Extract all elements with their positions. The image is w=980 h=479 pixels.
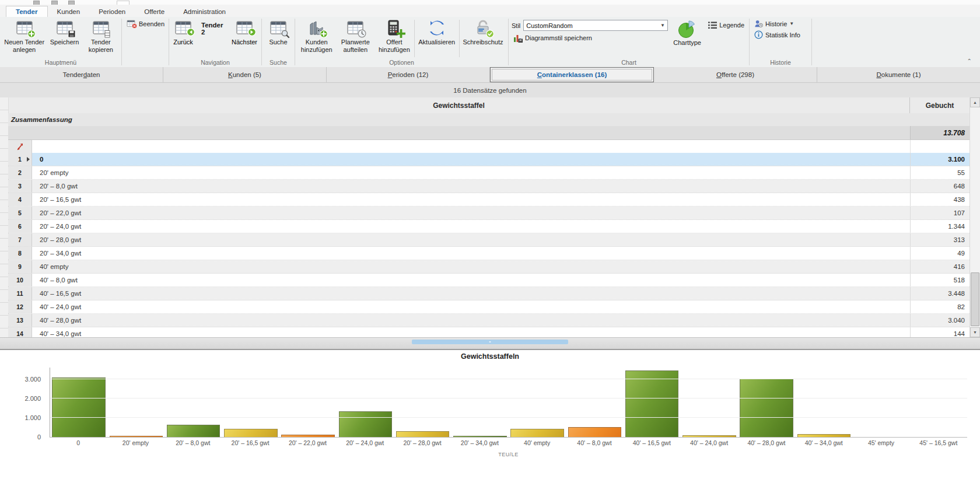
copy-tender-button[interactable]: Tender kopieren [82,18,120,55]
scroll-down-button[interactable]: ▼ [970,327,980,337]
menu-item[interactable]: Offerte [135,6,174,17]
bar[interactable] [339,411,392,437]
table-row[interactable]: 3 20' – 8,0 gwt 648 [8,180,970,193]
container-class-cell[interactable]: 40' – 24,0 gwt [32,300,910,313]
booked-value-cell[interactable]: 648 [910,180,970,193]
filter-row[interactable] [8,140,970,153]
booked-value-cell[interactable]: 416 [910,260,970,273]
legend-button[interactable]: Legende [705,20,747,30]
bar[interactable] [167,425,220,437]
splitter-handle[interactable] [412,340,568,344]
container-class-cell[interactable]: 20' – 34,0 gwt [32,247,910,260]
table-row[interactable]: 7 20' – 28,0 gwt 313 [8,233,970,247]
history-dropdown-button[interactable]: Historie ▼ [751,18,797,29]
row-header[interactable]: 14 [8,327,32,337]
quit-button[interactable]: Beenden [124,18,167,29]
bar[interactable] [52,377,105,437]
table-row[interactable]: 10 40' – 8,0 gwt 518 [8,274,970,287]
container-class-cell[interactable]: 40' – 8,0 gwt [32,274,910,286]
bar[interactable] [281,435,334,437]
table-row[interactable]: 2 20' empty 55 [8,166,970,180]
bar[interactable] [510,429,564,437]
menu-item[interactable]: Tender [6,6,48,18]
search-button[interactable]: Suche [266,18,290,47]
booked-value-cell[interactable]: 3.448 [910,287,970,300]
table-row[interactable]: 11 40' – 16,5 gwt 3.448 [8,287,970,300]
refresh-button[interactable]: Aktualisieren [415,18,459,47]
booked-value-cell[interactable]: 107 [910,207,970,219]
row-header[interactable]: 12 [8,300,32,313]
table-row[interactable]: 5 20' – 22,0 gwt 107 [8,207,970,220]
filter-cell[interactable] [910,140,970,153]
page-tab[interactable]: Dokumente (1) [817,67,980,82]
chart-style-combobox[interactable]: CustomRandom ▼ [523,20,668,31]
table-row[interactable]: 6 20' – 24,0 gwt 1.344 [8,220,970,233]
booked-value-cell[interactable]: 1.344 [910,220,970,233]
column-header-gewichtsstaffel[interactable]: Gewichtsstaffel [8,102,909,110]
table-row[interactable]: 12 40' – 24,0 gwt 82 [8,300,970,314]
column-header-gebucht[interactable]: Gebucht [909,97,970,113]
row-header[interactable]: 13 [8,314,32,327]
row-header[interactable]: 3 [8,180,32,193]
booked-value-cell[interactable]: 438 [910,193,970,206]
page-tab[interactable]: Kunden (5) [163,67,327,82]
row-header[interactable]: 11 [8,287,32,300]
add-customers-button[interactable]: Kunden hinzufügen [297,18,336,55]
container-class-cell[interactable]: 40' – 28,0 gwt [32,314,910,327]
booked-value-cell[interactable]: 518 [910,274,970,286]
table-row[interactable]: 13 40' – 28,0 gwt 3.040 [8,314,970,327]
pane-splitter[interactable] [0,337,980,350]
menu-item[interactable]: Administration [174,6,235,17]
write-protection-button[interactable]: Schreibschutz [460,18,506,47]
container-class-cell[interactable]: 20' – 8,0 gwt [32,180,910,193]
container-class-cell[interactable]: 20' empty [32,166,910,179]
bar[interactable] [110,436,163,437]
charttype-button[interactable]: Charttype [669,18,705,48]
bar[interactable] [625,370,678,437]
statistic-info-button[interactable]: Statistik Info [751,29,803,40]
container-class-cell[interactable]: 0 [32,153,910,166]
booked-value-cell[interactable]: 144 [910,327,970,337]
booked-value-cell[interactable]: 3.040 [910,314,970,327]
container-class-cell[interactable]: 20' – 28,0 gwt [32,233,910,246]
row-header[interactable]: 1 [8,153,32,166]
booked-value-cell[interactable]: 313 [910,233,970,246]
vertical-scrollbar[interactable]: ▲ ▼ [970,97,980,337]
row-header[interactable]: 2 [8,166,32,179]
page-tab[interactable]: Containerklassen (16) [490,67,654,82]
scrollbar-thumb[interactable] [971,272,979,326]
bar[interactable] [797,434,850,437]
booked-value-cell[interactable]: 3.100 [910,153,970,166]
table-row[interactable]: 1 0 3.100 [8,153,970,166]
collapse-ribbon-button[interactable]: ⌃ [967,58,972,64]
row-header[interactable]: 10 [8,274,32,286]
container-class-cell[interactable]: 20' – 24,0 gwt [32,220,910,233]
split-plan-values-button[interactable]: Planwerte aufteilen [336,18,374,55]
menu-item[interactable]: Perioden [89,6,135,17]
row-header[interactable]: 8 [8,247,32,260]
bar[interactable] [740,379,793,437]
bar[interactable] [568,427,621,437]
filter-cell[interactable] [32,140,910,153]
table-row[interactable]: 9 40' empty 416 [8,260,970,274]
bar[interactable] [453,436,506,437]
container-class-cell[interactable]: 40' – 34,0 gwt [32,327,910,337]
page-tab[interactable]: Offerte (298) [654,67,817,82]
save-button[interactable]: Speichern [47,18,82,47]
filter-row-header[interactable] [8,140,32,153]
row-header[interactable]: 7 [8,233,32,246]
row-header[interactable]: 6 [8,220,32,233]
booked-value-cell[interactable]: 49 [910,247,970,260]
row-header[interactable]: 5 [8,207,32,219]
row-header[interactable]: 4 [8,193,32,206]
bar[interactable] [396,431,449,437]
save-chart-style-button[interactable]: Diagrammstil speichern [510,32,669,44]
next-record-button[interactable]: Nächster [229,18,260,47]
bar[interactable] [224,429,277,437]
previous-record-button[interactable]: Zurück [171,18,195,47]
scroll-up-button[interactable]: ▲ [970,97,980,107]
table-row[interactable]: 4 20' – 16,5 gwt 438 [8,193,970,207]
container-class-cell[interactable]: 20' – 22,0 gwt [32,207,910,219]
table-row[interactable]: 14 40' – 34,0 gwt 144 [8,327,970,337]
container-class-cell[interactable]: 40' empty [32,260,910,273]
